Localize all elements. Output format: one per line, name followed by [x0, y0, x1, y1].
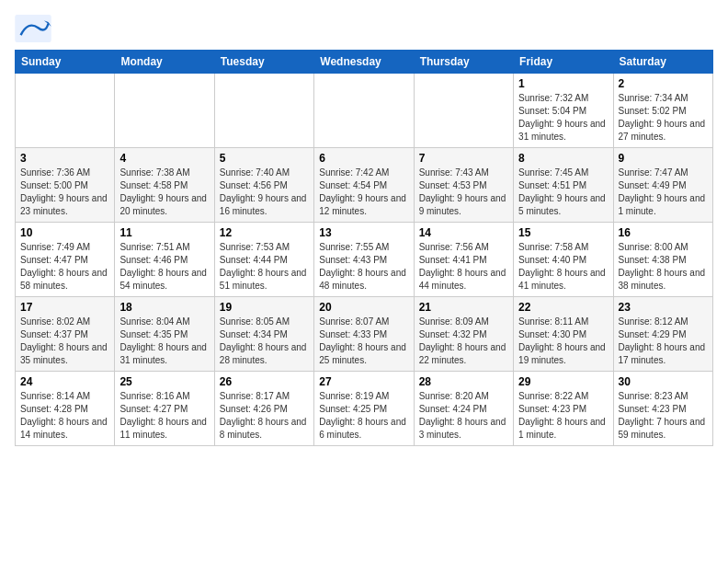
calendar-table: SundayMondayTuesdayWednesdayThursdayFrid… — [15, 50, 713, 446]
calendar-cell: 22Sunrise: 8:11 AM Sunset: 4:30 PM Dayli… — [514, 297, 613, 372]
logo-icon — [15, 15, 51, 42]
day-info: Sunrise: 8:07 AM Sunset: 4:33 PM Dayligh… — [319, 316, 408, 367]
day-info: Sunrise: 8:09 AM Sunset: 4:32 PM Dayligh… — [419, 316, 508, 367]
calendar-cell: 20Sunrise: 8:07 AM Sunset: 4:33 PM Dayli… — [314, 297, 414, 372]
day-info: Sunrise: 7:40 AM Sunset: 4:56 PM Dayligh… — [220, 167, 309, 218]
calendar-cell: 1Sunrise: 7:32 AM Sunset: 5:04 PM Daylig… — [514, 74, 613, 148]
day-info: Sunrise: 8:23 AM Sunset: 4:23 PM Dayligh… — [619, 390, 708, 442]
day-info: Sunrise: 7:38 AM Sunset: 4:58 PM Dayligh… — [119, 167, 209, 218]
day-number: 8 — [518, 152, 608, 165]
weekday-header-friday: Friday — [514, 51, 613, 74]
day-number: 26 — [220, 375, 309, 388]
logo — [15, 15, 55, 42]
day-info: Sunrise: 8:02 AM Sunset: 4:37 PM Dayligh… — [20, 316, 109, 367]
calendar-cell: 12Sunrise: 7:53 AM Sunset: 4:44 PM Dayli… — [214, 223, 313, 297]
calendar-cell — [414, 74, 513, 148]
day-number: 25 — [119, 375, 209, 388]
calendar-header-row: SundayMondayTuesdayWednesdayThursdayFrid… — [16, 51, 713, 74]
calendar-week-3: 10Sunrise: 7:49 AM Sunset: 4:47 PM Dayli… — [16, 223, 713, 297]
day-info: Sunrise: 8:22 AM Sunset: 4:23 PM Dayligh… — [518, 390, 608, 442]
day-number: 4 — [119, 152, 209, 165]
day-info: Sunrise: 7:56 AM Sunset: 4:41 PM Dayligh… — [419, 241, 508, 293]
day-info: Sunrise: 7:42 AM Sunset: 4:54 PM Dayligh… — [319, 167, 408, 218]
day-number: 19 — [220, 301, 309, 314]
day-number: 29 — [518, 375, 608, 388]
calendar-cell: 7Sunrise: 7:43 AM Sunset: 4:53 PM Daylig… — [414, 148, 513, 223]
day-number: 2 — [619, 77, 708, 90]
calendar-cell — [314, 74, 414, 148]
day-info: Sunrise: 8:00 AM Sunset: 4:38 PM Dayligh… — [619, 241, 708, 293]
calendar-cell: 13Sunrise: 7:55 AM Sunset: 4:43 PM Dayli… — [314, 223, 414, 297]
day-info: Sunrise: 8:04 AM Sunset: 4:35 PM Dayligh… — [119, 316, 209, 367]
day-number: 24 — [20, 375, 109, 388]
day-info: Sunrise: 7:32 AM Sunset: 5:04 PM Dayligh… — [518, 92, 608, 144]
calendar-cell: 16Sunrise: 8:00 AM Sunset: 4:38 PM Dayli… — [613, 223, 712, 297]
day-number: 23 — [619, 301, 708, 314]
calendar-cell: 26Sunrise: 8:17 AM Sunset: 4:26 PM Dayli… — [214, 372, 313, 446]
day-number: 13 — [319, 226, 408, 239]
weekday-header-wednesday: Wednesday — [314, 51, 414, 74]
day-info: Sunrise: 8:16 AM Sunset: 4:27 PM Dayligh… — [119, 390, 209, 442]
weekday-header-saturday: Saturday — [613, 51, 712, 74]
day-number: 9 — [619, 152, 708, 165]
calendar-cell: 24Sunrise: 8:14 AM Sunset: 4:28 PM Dayli… — [16, 372, 115, 446]
day-info: Sunrise: 7:43 AM Sunset: 4:53 PM Dayligh… — [419, 167, 508, 218]
calendar-cell: 28Sunrise: 8:20 AM Sunset: 4:24 PM Dayli… — [414, 372, 513, 446]
calendar-cell: 17Sunrise: 8:02 AM Sunset: 4:37 PM Dayli… — [16, 297, 115, 372]
day-number: 20 — [319, 301, 408, 314]
calendar-cell: 30Sunrise: 8:23 AM Sunset: 4:23 PM Dayli… — [613, 372, 712, 446]
day-number: 5 — [220, 152, 309, 165]
day-info: Sunrise: 7:51 AM Sunset: 4:46 PM Dayligh… — [119, 241, 209, 293]
calendar-cell: 23Sunrise: 8:12 AM Sunset: 4:29 PM Dayli… — [613, 297, 712, 372]
weekday-header-monday: Monday — [115, 51, 214, 74]
calendar-week-4: 17Sunrise: 8:02 AM Sunset: 4:37 PM Dayli… — [16, 297, 713, 372]
weekday-header-thursday: Thursday — [414, 51, 513, 74]
calendar-cell — [16, 74, 115, 148]
day-number: 16 — [619, 226, 708, 239]
day-info: Sunrise: 8:17 AM Sunset: 4:26 PM Dayligh… — [220, 390, 309, 442]
day-info: Sunrise: 8:14 AM Sunset: 4:28 PM Dayligh… — [20, 390, 109, 442]
calendar-cell — [214, 74, 313, 148]
day-info: Sunrise: 8:11 AM Sunset: 4:30 PM Dayligh… — [518, 316, 608, 367]
calendar-cell: 29Sunrise: 8:22 AM Sunset: 4:23 PM Dayli… — [514, 372, 613, 446]
day-number: 10 — [20, 226, 109, 239]
calendar-week-5: 24Sunrise: 8:14 AM Sunset: 4:28 PM Dayli… — [16, 372, 713, 446]
day-info: Sunrise: 7:53 AM Sunset: 4:44 PM Dayligh… — [220, 241, 309, 293]
calendar-cell: 15Sunrise: 7:58 AM Sunset: 4:40 PM Dayli… — [514, 223, 613, 297]
day-number: 12 — [220, 226, 309, 239]
page-header — [15, 15, 713, 42]
calendar-cell: 9Sunrise: 7:47 AM Sunset: 4:49 PM Daylig… — [613, 148, 712, 223]
day-number: 1 — [518, 77, 608, 90]
day-info: Sunrise: 7:36 AM Sunset: 5:00 PM Dayligh… — [20, 167, 109, 218]
day-number: 22 — [518, 301, 608, 314]
day-number: 14 — [419, 226, 508, 239]
day-number: 30 — [619, 375, 708, 388]
calendar-cell: 2Sunrise: 7:34 AM Sunset: 5:02 PM Daylig… — [613, 74, 712, 148]
day-info: Sunrise: 8:20 AM Sunset: 4:24 PM Dayligh… — [419, 390, 508, 442]
day-info: Sunrise: 8:12 AM Sunset: 4:29 PM Dayligh… — [619, 316, 708, 367]
calendar-cell: 18Sunrise: 8:04 AM Sunset: 4:35 PM Dayli… — [115, 297, 214, 372]
calendar-cell: 5Sunrise: 7:40 AM Sunset: 4:56 PM Daylig… — [214, 148, 313, 223]
calendar-cell: 25Sunrise: 8:16 AM Sunset: 4:27 PM Dayli… — [115, 372, 214, 446]
calendar-cell: 10Sunrise: 7:49 AM Sunset: 4:47 PM Dayli… — [16, 223, 115, 297]
calendar-cell: 3Sunrise: 7:36 AM Sunset: 5:00 PM Daylig… — [16, 148, 115, 223]
day-info: Sunrise: 7:47 AM Sunset: 4:49 PM Dayligh… — [619, 167, 708, 218]
day-number: 28 — [419, 375, 508, 388]
calendar-cell: 6Sunrise: 7:42 AM Sunset: 4:54 PM Daylig… — [314, 148, 414, 223]
calendar-week-1: 1Sunrise: 7:32 AM Sunset: 5:04 PM Daylig… — [16, 74, 713, 148]
day-info: Sunrise: 7:34 AM Sunset: 5:02 PM Dayligh… — [619, 92, 708, 144]
calendar-cell: 14Sunrise: 7:56 AM Sunset: 4:41 PM Dayli… — [414, 223, 513, 297]
day-info: Sunrise: 8:05 AM Sunset: 4:34 PM Dayligh… — [220, 316, 309, 367]
calendar-week-2: 3Sunrise: 7:36 AM Sunset: 5:00 PM Daylig… — [16, 148, 713, 223]
day-number: 21 — [419, 301, 508, 314]
calendar-cell: 8Sunrise: 7:45 AM Sunset: 4:51 PM Daylig… — [514, 148, 613, 223]
day-number: 6 — [319, 152, 408, 165]
calendar-cell: 11Sunrise: 7:51 AM Sunset: 4:46 PM Dayli… — [115, 223, 214, 297]
calendar-cell — [115, 74, 214, 148]
day-info: Sunrise: 7:45 AM Sunset: 4:51 PM Dayligh… — [518, 167, 608, 218]
day-number: 15 — [518, 226, 608, 239]
day-number: 7 — [419, 152, 508, 165]
calendar-cell: 21Sunrise: 8:09 AM Sunset: 4:32 PM Dayli… — [414, 297, 513, 372]
day-number: 27 — [319, 375, 408, 388]
calendar-cell: 27Sunrise: 8:19 AM Sunset: 4:25 PM Dayli… — [314, 372, 414, 446]
